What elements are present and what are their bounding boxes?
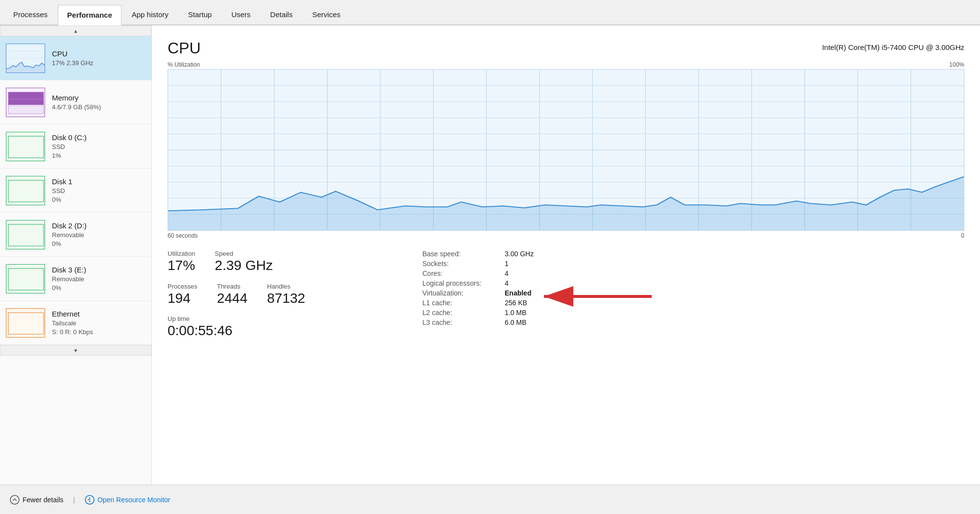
processes-value: 194 xyxy=(168,290,197,307)
tab-details[interactable]: Details xyxy=(261,4,302,24)
disk1-sidebar-sub1: SSD xyxy=(52,187,73,195)
base-speed-label: Base speed: xyxy=(422,250,501,258)
svg-point-50 xyxy=(89,500,90,501)
sidebar-item-disk0[interactable]: Disk 0 (C:) SSD 1% xyxy=(0,124,151,169)
fewer-details-button[interactable]: Fewer details xyxy=(10,495,63,505)
cpu-chart xyxy=(168,69,964,231)
stat-group-processes: Processes 194 Threads 2444 Handles 87132 xyxy=(168,283,393,307)
sidebar-item-memory[interactable]: Memory 4.6/7.9 GB (58%) xyxy=(0,80,151,124)
l2-label: L2 cache: xyxy=(422,309,501,317)
tab-performance[interactable]: Performance xyxy=(58,5,122,25)
sidebar-item-ethernet[interactable]: Ethernet Tailscale S: 0 R: 0 Kbps xyxy=(0,301,151,345)
stats-right: Base speed: 3.00 GHz Sockets: 1 Cores: 4… xyxy=(393,250,964,339)
disk1-thumbnail xyxy=(6,176,45,205)
cores-label: Cores: xyxy=(422,269,501,277)
svg-rect-15 xyxy=(8,224,44,246)
uptime-label: Up time xyxy=(168,315,393,322)
disk2-sidebar-title: Disk 2 (D:) xyxy=(52,221,87,230)
l2-value: 1.0 MB xyxy=(505,309,964,317)
tab-processes[interactable]: Processes xyxy=(4,4,57,24)
disk1-sidebar-info: Disk 1 SSD 0% xyxy=(52,177,73,203)
chart-x-right: 0 xyxy=(961,232,964,239)
content-area: CPU Intel(R) Core(TM) i5-7400 CPU @ 3.00… xyxy=(152,25,980,485)
ethernet-thumbnail xyxy=(6,308,45,338)
svg-rect-7 xyxy=(8,92,44,105)
stat-group-util-speed: Utilization 17% Speed 2.39 GHz xyxy=(168,250,393,274)
disk2-sidebar-info: Disk 2 (D:) Removable 0% xyxy=(52,221,87,247)
sidebar-item-cpu[interactable]: CPU 17% 2.39 GHz xyxy=(0,36,151,80)
disk3-sidebar-info: Disk 3 (E:) Removable 0% xyxy=(52,266,86,292)
cpu-model-label: Intel(R) Core(TM) i5-7400 CPU @ 3.00GHz xyxy=(822,43,964,51)
bottom-separator: | xyxy=(73,496,75,504)
utilization-label: Utilization xyxy=(168,250,195,257)
tab-startup[interactable]: Startup xyxy=(179,4,221,24)
stats-section: Utilization 17% Speed 2.39 GHz Processes… xyxy=(168,250,964,339)
ethernet-sidebar-info: Ethernet Tailscale S: 0 R: 0 Kbps xyxy=(52,310,93,336)
info-table: Base speed: 3.00 GHz Sockets: 1 Cores: 4… xyxy=(422,250,964,326)
stat-speed: Speed 2.39 GHz xyxy=(215,250,272,274)
memory-sidebar-subtitle: 4.6/7.9 GB (58%) xyxy=(52,103,101,111)
sidebar-item-disk2[interactable]: Disk 2 (D:) Removable 0% xyxy=(0,213,151,257)
disk2-thumbnail xyxy=(6,220,45,249)
stat-processes: Processes 194 xyxy=(168,283,197,307)
svg-rect-11 xyxy=(8,136,44,158)
handles-value: 87132 xyxy=(267,290,305,307)
memory-sidebar-info: Memory 4.6/7.9 GB (58%) xyxy=(52,94,101,111)
stats-left: Utilization 17% Speed 2.39 GHz Processes… xyxy=(168,250,393,339)
disk3-sidebar-sub1: Removable xyxy=(52,275,86,283)
tab-users[interactable]: Users xyxy=(222,4,260,24)
sidebar-item-disk3[interactable]: Disk 3 (E:) Removable 0% xyxy=(0,257,151,301)
cpu-sidebar-info: CPU 17% 2.39 GHz xyxy=(52,49,94,67)
disk3-sidebar-title: Disk 3 (E:) xyxy=(52,266,86,274)
sidebar-item-disk1[interactable]: Disk 1 SSD 0% xyxy=(0,169,151,213)
cpu-thumbnail xyxy=(6,44,45,73)
stat-uptime: Up time 0:00:55:46 xyxy=(168,315,393,339)
disk0-sidebar-info: Disk 0 (C:) SSD 1% xyxy=(52,133,87,159)
disk2-sidebar-sub1: Removable xyxy=(52,231,87,239)
uptime-value: 0:00:55:46 xyxy=(168,322,393,339)
bottom-bar: Fewer details | Open Resource Monitor xyxy=(0,485,980,514)
stat-utilization: Utilization 17% xyxy=(168,250,195,274)
disk2-sidebar-sub2: 0% xyxy=(52,240,87,247)
disk1-sidebar-sub2: 0% xyxy=(52,196,73,203)
scroll-down-arrow[interactable]: ▼ xyxy=(0,345,151,356)
chart-labels-bottom: 60 seconds 0 xyxy=(168,232,964,239)
cpu-sidebar-title: CPU xyxy=(52,49,94,58)
sockets-label: Sockets: xyxy=(422,260,501,268)
disk1-sidebar-title: Disk 1 xyxy=(52,177,73,186)
l3-value: 6.0 MB xyxy=(505,318,964,326)
stat-threads: Threads 2444 xyxy=(217,283,247,307)
svg-rect-19 xyxy=(8,313,44,334)
memory-thumbnail xyxy=(6,88,45,117)
disk3-sidebar-sub2: 0% xyxy=(52,284,86,292)
stat-handles: Handles 87132 xyxy=(267,283,305,307)
open-resource-monitor-button[interactable]: Open Resource Monitor xyxy=(85,495,171,505)
handles-label: Handles xyxy=(267,283,305,290)
sidebar: ▲ CPU 17% 2.39 GHz xyxy=(0,25,152,485)
fewer-details-label: Fewer details xyxy=(23,496,63,504)
content-header: CPU Intel(R) Core(TM) i5-7400 CPU @ 3.00… xyxy=(168,39,964,57)
memory-sidebar-title: Memory xyxy=(52,94,101,102)
scroll-up-arrow[interactable]: ▲ xyxy=(0,25,151,36)
threads-value: 2444 xyxy=(217,290,247,307)
logical-label: Logical processors: xyxy=(422,279,501,287)
cpu-sidebar-subtitle: 17% 2.39 GHz xyxy=(52,59,94,67)
speed-label: Speed xyxy=(215,250,272,257)
tab-app-history[interactable]: App history xyxy=(122,4,178,24)
virtualization-label: Virtualization: xyxy=(422,289,501,297)
ethernet-sidebar-sub1: Tailscale xyxy=(52,319,93,327)
chart-labels-top: % Utilization 100% xyxy=(168,61,964,68)
svg-rect-17 xyxy=(8,269,44,290)
tab-services[interactable]: Services xyxy=(303,4,350,24)
l1-label: L1 cache: xyxy=(422,299,501,307)
disk3-thumbnail xyxy=(6,264,45,294)
ethernet-sidebar-title: Ethernet xyxy=(52,310,93,318)
utilization-value: 17% xyxy=(168,257,195,274)
disk0-thumbnail xyxy=(6,132,45,161)
arrow-annotation xyxy=(534,284,662,309)
speed-value: 2.39 GHz xyxy=(215,257,272,274)
cores-value: 4 xyxy=(505,269,964,277)
chart-y-label: % Utilization xyxy=(168,61,200,68)
processes-label: Processes xyxy=(168,283,197,290)
sockets-value: 1 xyxy=(505,260,964,268)
